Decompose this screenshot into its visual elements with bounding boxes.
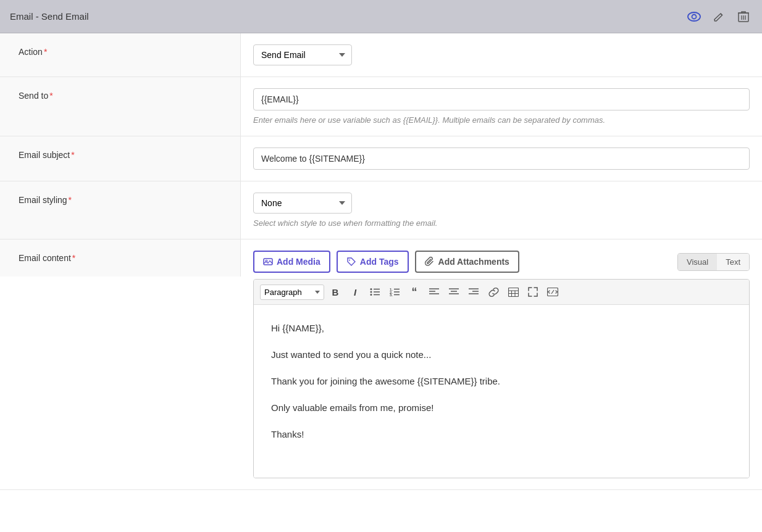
preview-icon[interactable]	[685, 8, 703, 25]
email-line-2: Just wanted to send you a quick note...	[271, 346, 732, 363]
page-title: Email - Send Email	[10, 11, 89, 22]
add-attachments-button[interactable]: Add Attachments	[415, 251, 519, 273]
align-center-button[interactable]	[445, 283, 463, 301]
email-content-label: Email content *	[0, 239, 241, 276]
email-styling-select[interactable]: None Basic Advanced	[253, 193, 352, 214]
action-row: Action * Send Email Send SMS Add Tag	[0, 33, 762, 77]
italic-button[interactable]: I	[346, 283, 364, 301]
svg-line-37	[551, 290, 554, 294]
content-actions: Add Media Add Tags Add Attachments	[253, 251, 750, 273]
editor-body[interactable]: Hi {{NAME}}, Just wanted to send you a q…	[254, 305, 749, 478]
email-content-row: Email content * Add Media	[0, 239, 762, 490]
view-toggle: Visual Text	[677, 253, 750, 271]
align-left-button[interactable]	[425, 283, 443, 301]
align-left-icon	[429, 288, 439, 296]
email-subject-field	[241, 136, 762, 181]
delete-icon[interactable]	[735, 8, 752, 25]
action-label: Action *	[0, 33, 241, 77]
email-content-field: Add Media Add Tags Add Attachments	[241, 239, 762, 489]
title-bar-icons	[685, 8, 752, 25]
svg-point-1	[692, 14, 697, 19]
fullscreen-button[interactable]	[524, 283, 542, 301]
email-line-5: Thanks!	[271, 426, 732, 443]
blockquote-button[interactable]: “	[406, 283, 423, 301]
email-line-4: Only valuable emails from me, promise!	[271, 399, 732, 416]
align-right-icon	[469, 288, 479, 296]
svg-point-10	[371, 288, 372, 290]
link-button[interactable]	[485, 283, 502, 301]
table-button[interactable]	[505, 283, 522, 301]
ordered-list-button[interactable]: 1. 2. 3.	[386, 283, 403, 301]
content-actions-left: Add Media Add Tags Add Attachments	[253, 251, 519, 273]
send-to-row: Send to * Enter emails here or use varia…	[0, 77, 762, 136]
ordered-list-icon: 1. 2. 3.	[390, 288, 400, 296]
align-right-button[interactable]	[465, 283, 482, 301]
attachments-icon	[425, 257, 435, 267]
email-subject-label: Email subject *	[0, 136, 241, 181]
add-tags-button[interactable]: Add Tags	[337, 251, 409, 273]
email-subject-row: Email subject *	[0, 136, 762, 181]
table-icon	[508, 288, 519, 297]
svg-point-0	[688, 12, 700, 21]
unordered-list-icon	[370, 288, 380, 296]
action-select[interactable]: Send Email Send SMS Add Tag	[253, 44, 352, 65]
fullscreen-icon	[528, 287, 538, 297]
send-to-hint: Enter emails here or use variable such a…	[253, 115, 750, 125]
email-styling-hint: Select which style to use when formattin…	[253, 218, 750, 228]
send-to-field: Enter emails here or use variable such a…	[241, 77, 762, 136]
title-bar: Email - Send Email	[0, 0, 762, 33]
link-icon	[488, 287, 499, 297]
editor-wrapper: Paragraph Heading 1 Heading 2 Heading 3 …	[253, 279, 750, 478]
send-to-label: Send to *	[0, 77, 241, 136]
align-center-icon	[449, 288, 459, 296]
code-button[interactable]	[544, 283, 561, 301]
add-media-button[interactable]: Add Media	[253, 251, 330, 273]
svg-point-14	[371, 294, 372, 296]
code-icon	[547, 288, 558, 296]
paragraph-select[interactable]: Paragraph Heading 1 Heading 2 Heading 3 …	[260, 285, 324, 300]
editor-toolbar: Paragraph Heading 1 Heading 2 Heading 3 …	[254, 280, 749, 305]
email-line-3: Thank you for joining the awesome {{SITE…	[271, 373, 732, 389]
email-styling-field: None Basic Advanced Select which style t…	[241, 181, 762, 239]
unordered-list-button[interactable]	[366, 283, 383, 301]
email-styling-label: Email styling *	[0, 181, 241, 239]
tags-icon	[346, 257, 356, 267]
svg-point-12	[371, 291, 372, 293]
email-subject-input[interactable]	[253, 148, 750, 170]
action-field: Send Email Send SMS Add Tag	[241, 33, 762, 77]
main-content: Action * Send Email Send SMS Add Tag Sen…	[0, 33, 762, 532]
email-styling-row: Email styling * None Basic Advanced Sele…	[0, 181, 762, 239]
edit-icon[interactable]	[710, 8, 727, 25]
send-to-input[interactable]	[253, 88, 750, 110]
svg-text:3.: 3.	[390, 293, 393, 296]
svg-rect-31	[508, 288, 518, 296]
media-icon	[263, 257, 273, 267]
bold-button[interactable]: B	[327, 283, 344, 301]
email-line-1: Hi {{NAME}},	[271, 320, 732, 336]
text-view-button[interactable]: Text	[717, 254, 749, 270]
visual-view-button[interactable]: Visual	[678, 254, 717, 270]
svg-point-9	[349, 260, 350, 261]
